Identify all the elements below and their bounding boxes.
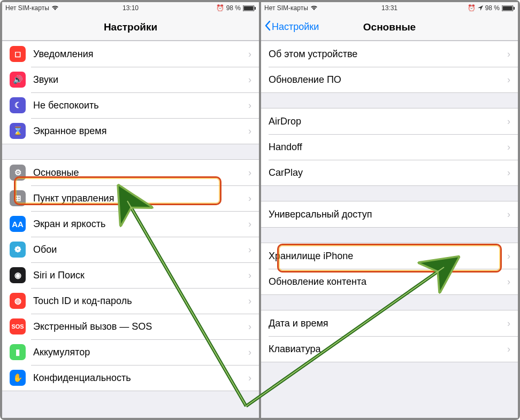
row-label: Обновление ПО [269,74,507,85]
row-label: Основные [33,167,248,178]
settings-group: ◻︎Уведомления›🔊Звуки›☾Не беспокоить›⌛Экр… [2,41,259,144]
chevron-right-icon: › [507,49,510,60]
row-label: Конфиденциальность [33,372,248,384]
carrier-text: Нет SIM-карты [264,4,308,12]
page-title: Основные [363,21,416,33]
privacy-icon: ✋ [10,370,26,386]
wallpaper-icon: ❁ [10,242,26,258]
battery-icon: ▮ [10,344,26,360]
row-label: Не беспокоить [33,100,248,111]
svg-rect-1 [244,6,254,10]
chevron-right-icon: › [248,100,251,111]
chevron-right-icon: › [248,321,251,332]
settings-row-wallpaper[interactable]: ❁Обои› [2,237,259,262]
nav-bar: Настройки Основные [261,14,518,41]
status-bar: Нет SIM-карты 13:31 ⏰ 98 % [261,2,518,14]
status-bar: Нет SIM-карты 13:10 ⏰ 98 % [2,2,259,14]
chevron-right-icon: › [248,372,251,384]
settings-row-siri[interactable]: ◉Siri и Поиск› [2,262,259,288]
carrier-text: Нет SIM-карты [5,4,49,12]
chevron-right-icon: › [248,193,251,204]
alarm-icon: ⏰ [216,4,224,12]
row-label: Обновление контента [269,276,507,287]
dnd-icon: ☾ [10,97,26,113]
general-row[interactable]: Дата и время› [261,310,518,336]
chevron-right-icon: › [248,167,251,178]
location-icon [478,5,483,11]
row-label: Универсальный доступ [269,209,507,220]
general-row[interactable]: Handoff› [261,134,518,160]
general-row[interactable]: Хранилище iPhone› [261,243,518,269]
row-label: Звуки [33,74,248,85]
general-row[interactable]: Обновление ПО› [261,67,518,92]
general-group: Универсальный доступ› [261,201,518,228]
settings-group: ⚙Основные›⊞Пункт управления›AAЭкран и яр… [2,159,259,391]
svg-rect-5 [514,7,515,10]
row-label: AirDrop [269,116,507,127]
chevron-right-icon: › [507,74,510,85]
row-label: Экстренный вызов — SOS [33,321,248,332]
wifi-icon [310,5,318,11]
settings-row-general[interactable]: ⚙Основные› [2,160,259,185]
row-label: Siri и Поиск [33,270,248,281]
svg-rect-4 [503,6,513,10]
general-group: AirDrop›Handoff›CarPlay› [261,108,518,186]
sos-icon: SOS [10,318,26,335]
row-label: Пункт управления [33,193,248,204]
settings-list[interactable]: ◻︎Уведомления›🔊Звуки›☾Не беспокоить›⌛Экр… [2,41,259,418]
general-icon: ⚙ [10,165,26,181]
svg-rect-2 [255,7,256,10]
chevron-right-icon: › [507,251,510,262]
settings-row-sos[interactable]: SOSЭкстренный вызов — SOS› [2,314,259,339]
clock-text: 13:10 [123,4,139,12]
general-row[interactable]: CarPlay› [261,160,518,185]
touchid-icon: ◍ [10,293,26,309]
settings-row-battery[interactable]: ▮Аккумулятор› [2,339,259,365]
battery-icon [502,5,515,11]
settings-row-notifications[interactable]: ◻︎Уведомления› [2,41,259,67]
row-label: Хранилище iPhone [269,251,507,262]
row-label: Экран и яркость [33,219,248,230]
chevron-right-icon: › [248,295,251,307]
wifi-icon [51,5,59,11]
general-row[interactable]: Обновление контента› [261,269,518,294]
general-row[interactable]: Клавиатура› [261,336,518,362]
chevron-right-icon: › [248,244,251,255]
chevron-right-icon: › [248,126,251,137]
nav-back-label: Настройки [272,21,319,33]
row-label: CarPlay [269,167,507,178]
settings-row-screentime[interactable]: ⌛Экранное время› [2,118,259,144]
settings-row-display[interactable]: AAЭкран и яркость› [2,211,259,237]
settings-row-touchid[interactable]: ◍Touch ID и код-пароль› [2,288,259,314]
row-label: Touch ID и код-пароль [33,295,248,307]
chevron-left-icon [264,20,271,34]
battery-percent: 98 % [226,4,241,12]
general-row[interactable]: Об этом устройстве› [261,41,518,67]
settings-row-privacy[interactable]: ✋Конфиденциальность› [2,365,259,391]
chevron-right-icon: › [507,142,510,153]
chevron-right-icon: › [248,219,251,230]
settings-row-sounds[interactable]: 🔊Звуки› [2,67,259,92]
row-label: Handoff [269,142,507,153]
controlcenter-icon: ⊞ [10,190,26,206]
row-label: Об этом устройстве [269,49,507,60]
phone-settings-root: Нет SIM-карты 13:10 ⏰ 98 % Настройки ◻︎У… [2,2,259,418]
screentime-icon: ⌛ [10,123,26,139]
general-row[interactable]: AirDrop› [261,108,518,134]
row-label: Аккумулятор [33,347,248,358]
chevron-right-icon: › [507,116,510,127]
siri-icon: ◉ [10,267,26,283]
chevron-right-icon: › [248,270,251,281]
battery-icon [243,5,256,11]
alarm-icon: ⏰ [468,4,476,12]
general-row[interactable]: Универсальный доступ› [261,201,518,227]
row-label: Обои [33,244,248,255]
phone-general-detail: Нет SIM-карты 13:31 ⏰ 98 % [259,2,518,418]
general-list[interactable]: Об этом устройстве›Обновление ПО›AirDrop… [261,41,518,418]
settings-row-controlcenter[interactable]: ⊞Пункт управления› [2,185,259,211]
chevron-right-icon: › [248,49,251,60]
chevron-right-icon: › [507,209,510,220]
nav-back-button[interactable]: Настройки [264,14,319,40]
settings-row-dnd[interactable]: ☾Не беспокоить› [2,92,259,118]
display-icon: AA [10,216,26,232]
